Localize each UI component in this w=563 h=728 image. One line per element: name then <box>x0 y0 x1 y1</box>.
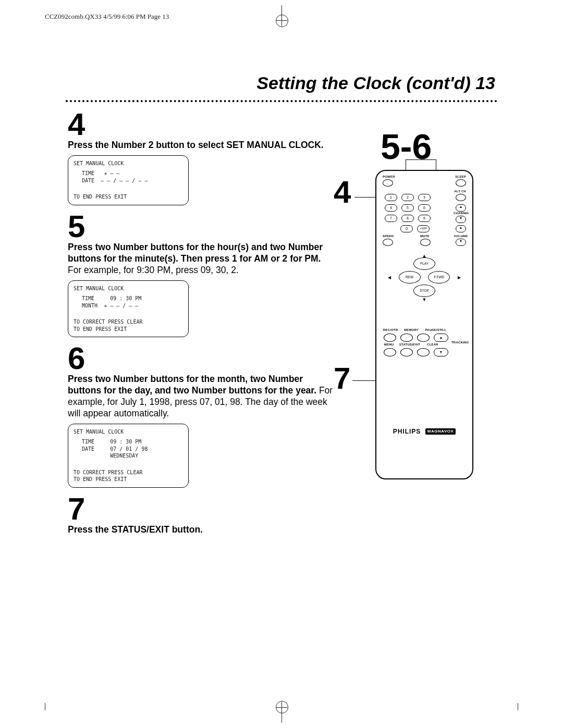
callout-56: 5-6 <box>381 126 432 167</box>
tracking-up-button[interactable]: ▲ <box>434 334 448 342</box>
num-3[interactable]: 3 <box>418 194 431 201</box>
step-number: 4 <box>68 110 334 139</box>
stop-button[interactable]: STOP <box>413 285 435 297</box>
crop-tick-right <box>518 703 518 710</box>
dotted-rule <box>66 100 497 102</box>
lcd-footer: TO END PRESS EXIT <box>74 193 183 201</box>
menu-button[interactable] <box>384 348 396 356</box>
step-4: 4 Press the Number 2 button to select SE… <box>68 110 334 205</box>
crop-mark-bottom <box>277 700 286 723</box>
step-number: 6 <box>68 344 334 373</box>
plus100-button[interactable]: +100 <box>417 225 430 232</box>
running-head: CCZ092comb.QX33 4/5/99 6:06 PM Page 13 <box>45 13 169 21</box>
label-power: POWER <box>383 175 395 178</box>
lcd-display-5: SET MANUAL CLOCK TIME 09 : 30 PM MONTH ✳… <box>68 280 189 338</box>
num-4[interactable]: 4 <box>385 204 397 212</box>
step-bold: Press the STATUS/EXIT button. <box>68 524 203 535</box>
lcd-display-4: SET MANUAL CLOCK TIME ✳ – – DATE – – / –… <box>68 155 189 205</box>
play-button[interactable]: PLAY <box>413 257 435 270</box>
step-7: 7 Press the STATUS/EXIT button. <box>68 495 334 536</box>
brand-philips: PHILIPS <box>393 428 421 435</box>
leader-line <box>406 159 436 160</box>
step-number: 5 <box>68 213 334 241</box>
tracking-down-button[interactable]: ▼ <box>434 348 448 356</box>
remote-control: POWER SLEEP ALT CH 1 2 3 4 5 6 ▲ CHANNEL… <box>375 170 473 479</box>
label-pausestill: PAUSE/STILL <box>424 328 447 331</box>
lcd-line: TIME ✳ – – <box>74 170 183 177</box>
power-button[interactable] <box>383 179 393 187</box>
lcd-line: WEDNESDAY <box>74 452 183 460</box>
remote-diagram: 4 5-6 7 POWER SLEEP ALT CH 1 2 3 4 5 <box>334 121 506 496</box>
lcd-display-6: SET MANUAL CLOCK TIME 09 : 30 PM DATE 07… <box>68 424 189 488</box>
num-row-4: 0 +100 <box>400 225 430 232</box>
rew-button[interactable]: REW <box>399 271 421 283</box>
lcd-line: TIME 09 : 30 PM <box>74 438 183 446</box>
label-speed: SPEED <box>383 235 394 238</box>
vol-down-button[interactable]: ▼ <box>456 239 466 246</box>
page-title: Setting the Clock (cont'd) 13 <box>68 73 495 93</box>
lcd-title: SET MANUAL CLOCK <box>74 285 183 292</box>
num-9[interactable]: 9 <box>418 215 431 222</box>
status-exit-button[interactable] <box>400 348 413 356</box>
callout-4: 4 <box>334 174 351 210</box>
memory-button[interactable] <box>400 334 413 342</box>
label-channel: CHANNEL <box>454 212 468 215</box>
down-arrow-icon: ▼ <box>388 297 461 302</box>
left-arrow-icon: ◀ <box>388 275 391 280</box>
transport-cluster: ▲ PLAY ◀ REW F.FWD ▶ STOP ▼ <box>388 298 461 331</box>
mute-button[interactable] <box>420 239 431 246</box>
lcd-footer: TO CORRECT PRESS CLEAR TO END PRESS EXIT <box>74 469 183 483</box>
step-6: 6 Press two Number buttons for the month… <box>68 344 334 488</box>
label-sleep: SLEEP <box>455 175 466 178</box>
num-1[interactable]: 1 <box>385 194 397 201</box>
lcd-title: SET MANUAL CLOCK <box>74 160 183 167</box>
channel-down-button[interactable]: ▼ <box>456 216 466 223</box>
label-altch: ALT CH <box>454 190 466 193</box>
label-menu: MENU <box>383 343 395 346</box>
step-rest: For example, for 9:30 PM, press 09, 30, … <box>68 265 239 275</box>
step-bold: Press two Number buttons for the hour(s)… <box>68 242 323 264</box>
num-7[interactable]: 7 <box>385 215 397 222</box>
step-instruction: Press the Number 2 button to select SET … <box>68 140 334 151</box>
num-row-3: 7 8 9 <box>385 215 431 222</box>
label-tracking: TRACKING <box>451 341 468 344</box>
num-2[interactable]: 2 <box>401 194 414 201</box>
step-instruction: Press the STATUS/EXIT button. <box>68 524 334 536</box>
lcd-footer: TO CORRECT PRESS CLEAR TO END PRESS EXIT <box>74 318 183 332</box>
label-statusexit: STATUS/EXIT <box>398 343 421 346</box>
pause-still-button[interactable] <box>417 334 430 342</box>
num-0[interactable]: 0 <box>400 225 413 232</box>
step-bold: Press two Number buttons for the month, … <box>68 374 316 396</box>
speed-button[interactable] <box>383 239 393 246</box>
label-recotr: REC/OTR <box>383 328 398 331</box>
lcd-title: SET MANUAL CLOCK <box>74 428 183 436</box>
label-volume: VOLUME <box>454 235 468 238</box>
right-arrow-icon: ▶ <box>458 275 461 280</box>
crop-tick-left <box>45 703 45 710</box>
num-6[interactable]: 6 <box>418 204 431 212</box>
clear-button[interactable] <box>417 348 430 356</box>
crop-mark-top <box>277 5 286 28</box>
lcd-line: DATE – – / – – / – – <box>74 177 183 184</box>
label-memory: MEMORY <box>403 328 419 331</box>
callout-7: 7 <box>334 361 350 396</box>
label-mute: MUTE <box>420 235 430 238</box>
channel-up-button[interactable]: ▲ <box>456 204 466 212</box>
step-bold: Press the Number 2 button to select SET … <box>68 140 324 150</box>
step-number: 7 <box>68 495 334 523</box>
lcd-line: TIME 09 : 30 PM <box>74 295 183 302</box>
vol-up-button[interactable]: ▲ <box>456 225 466 232</box>
lcd-line: MONTH ✳ – – / – – <box>74 302 183 310</box>
label-clear: CLEAR <box>425 343 440 346</box>
ffwd-button[interactable]: F.FWD <box>428 271 450 283</box>
brand-magnavox: MAGNAVOX <box>425 428 456 435</box>
brand-row: PHILIPS MAGNAVOX <box>376 426 472 436</box>
step-instruction: Press two Number buttons for the month, … <box>68 374 334 419</box>
rec-otr-button[interactable] <box>384 334 396 342</box>
alt-ch-button[interactable] <box>456 194 466 201</box>
step-instruction: Press two Number buttons for the hour(s)… <box>68 242 334 276</box>
lcd-line: DATE 07 / 01 / 98 <box>74 446 183 453</box>
num-5[interactable]: 5 <box>401 204 414 212</box>
sleep-button[interactable] <box>456 179 466 187</box>
num-8[interactable]: 8 <box>401 215 414 222</box>
